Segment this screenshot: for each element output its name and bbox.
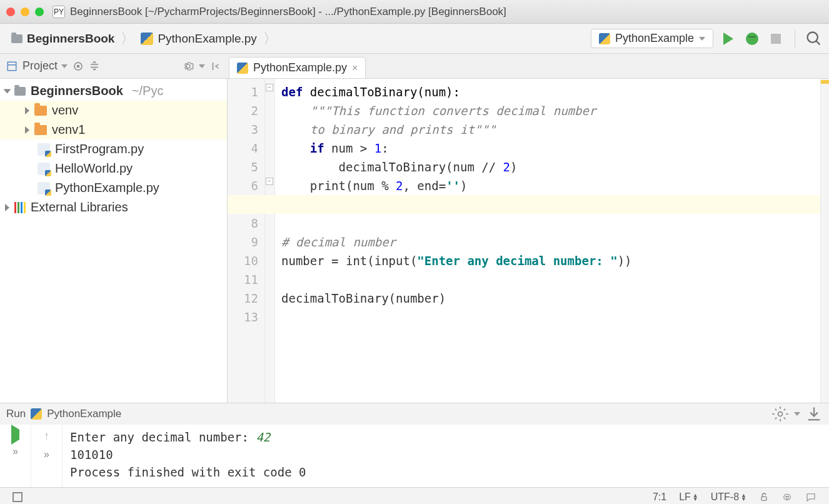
expand-arrow-icon [4,89,11,93]
breadcrumb-project[interactable]: BeginnersBook [6,29,119,48]
tree-label: venv1 [52,123,85,137]
breadcrumb-label: BeginnersBook [27,32,114,46]
up-down-icon: ▲▼ [741,493,746,501]
chevron-down-icon [61,64,68,68]
app-icon: PY [53,6,65,18]
console-prompt: Enter any decimal number: [70,430,256,444]
console-exit: Process finished with exit code 0 [70,463,821,481]
svg-rect-12 [761,496,766,500]
rerun-button[interactable] [11,430,19,440]
tree-project-root[interactable]: BeginnersBook ~/Pyc [0,81,227,101]
editor-scrollbar[interactable] [820,79,829,403]
project-view-icon[interactable] [6,61,18,72]
window-title: BeginnersBook [~/PycharmProjects/Beginne… [70,6,506,18]
inspector-button[interactable] [775,491,799,503]
tree-file[interactable]: PythonExample.py [0,178,227,198]
notifications-button[interactable] [799,491,823,503]
collapse-all-button[interactable] [89,61,100,72]
libraries-icon [14,202,26,213]
python-file-icon [31,408,42,420]
stop-button[interactable] [767,30,785,48]
run-tool-config: PythonExample [47,408,121,420]
export-button[interactable] [805,405,823,423]
svg-point-9 [778,412,783,416]
hide-tool-button[interactable] [210,61,221,72]
run-config-selector[interactable]: PythonExample [591,29,713,48]
console-input: 42 [256,430,270,444]
expand-arrow-icon [25,107,29,114]
code-editor[interactable]: 12345678910111213 − − def decimalToBinar… [228,79,829,403]
console-result: 101010 [70,446,821,463]
editor-tab-label: PythonExample.py [253,61,347,74]
svg-line-1 [816,41,820,44]
line-separator[interactable]: LF▲▼ [673,491,705,503]
titlebar: PY BeginnersBook [~/PycharmProjects/Begi… [0,0,829,24]
zoom-window-button[interactable] [35,8,44,16]
tree-label: venv [52,103,78,118]
tree-label: BeginnersBook [31,84,123,98]
play-icon [11,425,19,445]
file-encoding[interactable]: UTF-8▲▼ [705,491,753,503]
expand-button[interactable]: » [44,449,49,460]
breadcrumb-separator: 〉 [119,29,136,48]
stop-icon [771,34,781,44]
close-window-button[interactable] [6,8,15,16]
tree-file[interactable]: HelloWorld.py [0,159,227,178]
search-icon [805,30,823,48]
breadcrumb-file[interactable]: PythonExample.py [136,29,261,48]
bug-icon [746,33,758,45]
chevron-down-icon [794,412,800,416]
tree-label: HelloWorld.py [55,161,133,176]
python-file-icon [599,33,610,44]
tree-path: ~/Pyc [132,84,164,98]
minimize-window-button[interactable] [21,8,29,16]
fold-toggle[interactable]: − [266,84,273,91]
expand-arrow-icon [5,204,9,211]
close-tab-button[interactable]: × [352,63,358,74]
window-controls [6,8,44,16]
settings-button[interactable] [183,61,194,72]
tree-dir[interactable]: venv1 [0,120,227,139]
python-file-icon [38,143,50,156]
chevron-down-icon [199,64,205,68]
python-file-icon [38,182,50,194]
debug-button[interactable] [743,30,761,48]
fold-toggle[interactable]: − [266,178,273,185]
tree-dir[interactable]: venv [0,101,227,120]
expand-arrow-icon [25,126,29,134]
run-tool-window: Run PythonExample » ↑ » Enter any decima… [0,403,829,487]
play-icon [723,33,733,45]
run-button[interactable] [720,30,737,48]
face-icon [781,491,793,503]
project-tool-label[interactable]: Project [23,59,68,73]
run-settings-button[interactable] [771,405,789,423]
folder-icon [34,106,47,116]
caret-position[interactable]: 7:1 [646,491,673,503]
read-only-toggle[interactable] [753,492,775,502]
layout-icon [13,492,23,502]
code-area[interactable]: def decimalToBinary(num): """This functi… [275,79,820,403]
svg-point-5 [78,65,79,67]
search-everywhere-button[interactable] [805,30,823,48]
run-tool-title: Run [6,408,26,420]
run-config-label: PythonExample [615,32,694,45]
speech-bubble-icon [805,491,816,503]
project-tree[interactable]: BeginnersBook ~/Pyc venv venv1 FirstProg… [0,79,228,403]
console-output[interactable]: Enter any decimal number: 42 101010 Proc… [63,425,829,487]
tool-windows-button[interactable] [6,492,29,502]
svg-point-15 [788,496,789,497]
breadcrumb-label: PythonExample.py [158,32,256,46]
editor-tab[interactable]: PythonExample.py × [229,57,366,78]
divider [795,30,795,48]
tree-label: External Libraries [31,200,128,214]
tool-window-bar: Project PythonExample.py × [0,54,829,79]
status-bar: 7:1 LF▲▼ UTF-8▲▼ [0,487,829,504]
scroll-from-source-button[interactable] [73,61,84,72]
folder-icon [11,34,23,43]
folder-icon [14,87,26,96]
tree-file[interactable]: FirstProgram.py [0,139,227,159]
tree-external-libraries[interactable]: External Libraries [0,198,227,217]
python-file-icon [141,33,153,45]
up-stack-button[interactable]: ↑ [44,430,49,443]
expand-button[interactable]: » [13,446,18,457]
